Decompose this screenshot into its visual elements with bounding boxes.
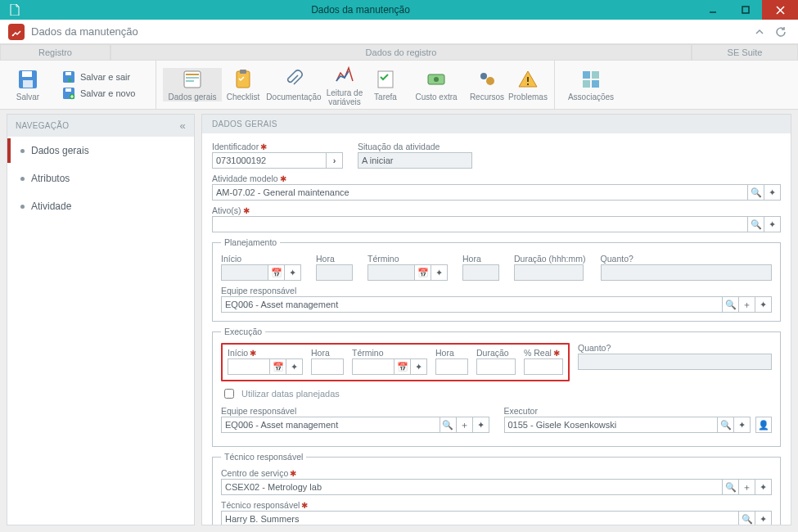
clipboard-icon <box>232 68 255 91</box>
ribbon-associacoes[interactable]: Associações <box>561 68 620 101</box>
atividade-input[interactable] <box>212 184 748 201</box>
ativos-search-button[interactable]: 🔍 <box>748 216 764 232</box>
ribbon-checklist[interactable]: Checklist <box>223 68 263 101</box>
svg-rect-27 <box>592 71 599 79</box>
save-exit-button[interactable]: Salvar e sair <box>62 70 130 83</box>
search-icon[interactable]: 🔍 <box>723 296 739 313</box>
exec-equipe-input[interactable] <box>221 417 440 433</box>
ribbon-documentacao[interactable]: Documentação <box>264 68 323 101</box>
nav-item-atributos[interactable]: Atributos <box>7 165 194 192</box>
svg-rect-18 <box>240 70 246 74</box>
ativos-clear-button[interactable]: ✦ <box>764 216 781 232</box>
plus-icon[interactable]: ＋ <box>739 479 755 495</box>
svg-rect-25 <box>527 83 529 85</box>
plan-quanto-input[interactable] <box>601 264 772 281</box>
svg-rect-1 <box>742 7 749 13</box>
tecnico-group: Técnico responsável Centro de serviço✱ 🔍… <box>212 452 781 525</box>
plan-hora2-input[interactable] <box>462 264 499 281</box>
plus-icon[interactable]: ＋ <box>739 296 755 313</box>
exec-hora2-input[interactable] <box>435 358 468 375</box>
atividade-label: Atividade modelo✱ <box>212 174 781 183</box>
plus-icon[interactable]: ＋ <box>457 417 473 433</box>
app-title: Dados da manutenção <box>31 25 747 38</box>
save-new-button[interactable]: Salvar e novo <box>62 87 135 100</box>
plan-termino-input[interactable] <box>367 264 415 281</box>
save-button[interactable]: Salvar <box>8 68 47 101</box>
close-button[interactable] <box>762 0 798 20</box>
situacao-input <box>358 152 472 169</box>
clear-icon[interactable]: ✦ <box>755 479 772 495</box>
ribbon-tarefa[interactable]: Tarefa <box>366 68 405 101</box>
ribbon-leitura[interactable]: Leitura de variáveis <box>325 64 364 106</box>
exec-real-input[interactable] <box>524 358 563 375</box>
calendar-icon[interactable]: 📅 <box>268 264 285 281</box>
ativos-input[interactable] <box>212 216 748 232</box>
refresh-icon[interactable] <box>772 23 790 41</box>
situacao-label: Situação da atividade <box>358 142 472 151</box>
identificador-next-button[interactable]: › <box>327 152 343 169</box>
atividade-clear-button[interactable]: ✦ <box>764 184 781 201</box>
clear-icon[interactable]: ✦ <box>411 358 427 375</box>
plan-duracao-input[interactable] <box>514 264 584 281</box>
ribbon-tab-dados[interactable]: Dados do registro <box>110 44 692 61</box>
nav-panel: NAVEGAÇÃO « Dados gerais Atributos Ativi… <box>7 114 195 525</box>
plan-equipe-input[interactable] <box>221 296 723 313</box>
calendar-icon[interactable]: 📅 <box>394 358 411 375</box>
floppy-exit-icon <box>62 70 75 83</box>
executor-input[interactable] <box>504 417 719 433</box>
ribbon-tabs: Registro Dados do registro SE Suite <box>0 44 798 61</box>
clear-icon[interactable]: ✦ <box>755 296 772 313</box>
clear-icon[interactable]: ✦ <box>286 358 303 375</box>
search-icon[interactable]: 🔍 <box>718 417 734 433</box>
calendar-icon[interactable]: 📅 <box>270 358 286 375</box>
maximize-button[interactable] <box>729 0 762 20</box>
collapse-nav-icon[interactable]: « <box>179 119 186 132</box>
svg-rect-14 <box>186 74 199 75</box>
nav-item-dados-gerais[interactable]: Dados gerais <box>7 137 194 165</box>
search-icon[interactable]: 🔍 <box>440 417 457 433</box>
identificador-input[interactable] <box>212 152 327 169</box>
tecnico-input[interactable] <box>221 511 739 525</box>
plan-inicio-input[interactable] <box>221 264 268 281</box>
ribbon-custo[interactable]: Custo extra <box>407 68 466 101</box>
window-title: Dados da manutenção <box>25 4 697 16</box>
ribbon-problemas[interactable]: Problemas <box>508 68 548 101</box>
grid-icon <box>579 68 602 91</box>
resources-icon <box>476 68 498 91</box>
plan-hora1-input[interactable] <box>316 264 353 281</box>
warning-icon <box>516 68 539 91</box>
execucao-group: Execução Início✱ 📅✦ Hora Término 📅✦ Hora… <box>212 327 781 447</box>
exec-duracao-input[interactable] <box>476 358 516 375</box>
clear-icon[interactable]: ✦ <box>755 511 772 525</box>
clear-icon[interactable]: ✦ <box>431 264 448 281</box>
executor-user-button[interactable]: 👤 <box>755 417 772 433</box>
svg-point-4 <box>12 34 14 36</box>
minimize-button[interactable] <box>697 0 729 20</box>
clear-icon[interactable]: ✦ <box>473 417 489 433</box>
nav-item-atividade[interactable]: Atividade <box>7 192 194 220</box>
exec-hora1-input[interactable] <box>311 358 344 375</box>
ribbon-tab-sesuite[interactable]: SE Suite <box>692 44 798 61</box>
clear-icon[interactable]: ✦ <box>734 417 751 433</box>
centro-input[interactable] <box>221 479 723 495</box>
ribbon-dados-gerais[interactable]: Dados gerais <box>163 68 222 101</box>
identificador-label: Identificador✱ <box>212 142 343 151</box>
calendar-icon[interactable]: 📅 <box>415 264 431 281</box>
graph-icon <box>333 64 356 87</box>
search-icon[interactable]: 🔍 <box>723 479 739 495</box>
usar-datas-checkbox[interactable]: Utilizar datas planejadas <box>221 386 772 401</box>
svg-rect-7 <box>23 80 33 88</box>
atividade-search-button[interactable]: 🔍 <box>748 184 764 201</box>
ribbon-recursos[interactable]: Recursos <box>467 68 507 101</box>
exec-quanto-input[interactable] <box>578 354 772 370</box>
collapse-ribbon-icon[interactable] <box>751 23 769 41</box>
exec-inicio-input[interactable] <box>228 358 270 375</box>
exec-termino-input[interactable] <box>352 358 394 375</box>
svg-rect-11 <box>65 88 71 92</box>
execucao-highlight: Início✱ 📅✦ Hora Término 📅✦ Hora Duração … <box>221 343 570 381</box>
clear-icon[interactable]: ✦ <box>285 264 301 281</box>
search-icon[interactable]: 🔍 <box>739 511 755 525</box>
svg-rect-15 <box>186 77 199 79</box>
nav-header: NAVEGAÇÃO « <box>7 115 194 137</box>
ribbon-tab-registro[interactable]: Registro <box>0 44 110 61</box>
